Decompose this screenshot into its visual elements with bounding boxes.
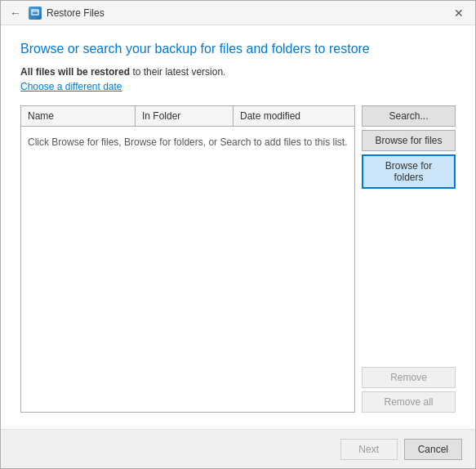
title-bar-left: ← Restore Files	[7, 5, 105, 21]
close-icon: ✕	[454, 7, 464, 20]
window-title: Restore Files	[47, 7, 105, 19]
choose-date-link[interactable]: Choose a different date	[20, 81, 456, 92]
main-area: Name In Folder Date modified Click Brows…	[20, 105, 456, 413]
main-heading: Browse or search your backup for files a…	[20, 42, 456, 56]
file-list-container: Name In Folder Date modified Click Brows…	[20, 105, 355, 413]
browse-folders-button[interactable]: Browse for folders	[362, 154, 456, 189]
button-spacer	[362, 192, 456, 364]
footer: Next Cancel	[1, 429, 475, 468]
restore-files-window: ← Restore Files ✕ Browse or search your …	[0, 0, 476, 469]
window-icon	[29, 7, 42, 20]
back-button[interactable]: ←	[7, 5, 24, 21]
empty-message: Click Browse for files, Browse for folde…	[21, 127, 354, 158]
search-button[interactable]: Search...	[362, 105, 456, 127]
svg-rect-0	[32, 10, 38, 15]
browse-files-button[interactable]: Browse for files	[362, 130, 456, 151]
remove-button[interactable]: Remove	[362, 367, 456, 388]
title-bar: ← Restore Files ✕	[1, 1, 475, 25]
col-name-header: Name	[21, 106, 136, 126]
remove-all-button[interactable]: Remove all	[362, 391, 456, 413]
col-folder-header: In Folder	[136, 106, 234, 126]
subtitle-bold: All files will be restored	[20, 66, 130, 78]
col-date-header: Date modified	[234, 106, 354, 126]
subtitle: All files will be restored to their late…	[20, 66, 456, 78]
content-area: Browse or search your backup for files a…	[1, 25, 475, 429]
subtitle-rest: to their latest version.	[130, 66, 225, 78]
cancel-button[interactable]: Cancel	[404, 439, 462, 460]
next-button[interactable]: Next	[340, 439, 398, 460]
list-header: Name In Folder Date modified	[21, 106, 354, 127]
close-button[interactable]: ✕	[449, 5, 469, 21]
button-panel: Search... Browse for files Browse for fo…	[362, 105, 456, 413]
back-icon: ←	[10, 7, 21, 20]
